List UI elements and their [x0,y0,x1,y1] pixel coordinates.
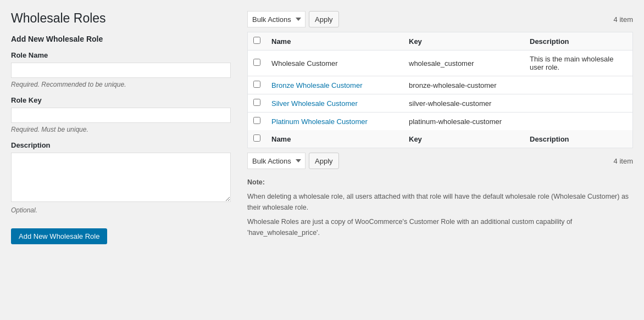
item-count-top: 4 item [614,15,633,24]
row-checkbox-2[interactable] [253,99,260,106]
role-name-label: Role Name [11,51,231,59]
apply-button-top[interactable]: Apply [309,11,339,27]
row-name-link: Platinum Wholesale Customer [266,113,403,131]
row-description: This is the main wholesale user role. [524,50,633,76]
header-description: Description [524,32,633,50]
row-checkbox-0[interactable] [253,59,260,66]
select-all-checkbox-top[interactable] [253,37,260,44]
description-textarea[interactable] [11,153,231,202]
note-section: Note: When deleting a wholesale role, al… [247,177,633,238]
row-key: wholesale_customer [403,50,524,76]
footer-key: Key [403,130,524,148]
bottom-toolbar-left: Bulk Actions Apply [247,153,339,169]
bulk-actions-select-bottom[interactable]: Bulk Actions [247,153,306,169]
row-description [524,76,633,94]
description-hint: Optional. [11,206,231,214]
top-toolbar: Bulk Actions Apply 4 item [247,11,633,27]
row-checkbox-3[interactable] [253,117,260,124]
section-title: Add New Wholesale Role [11,35,231,43]
roles-table: Name Key Description Wholesale Customerw… [247,32,633,148]
row-checkbox-cell [248,50,267,76]
item-count-bottom: 4 item [614,157,633,165]
footer-name: Name [266,130,403,148]
row-description [524,94,633,113]
page-title: Wholesale Roles [11,11,231,26]
row-name-link: Bronze Wholesale Customer [266,76,403,94]
role-name-input[interactable] [11,63,231,78]
left-panel: Wholesale Roles Add New Wholesale Role R… [11,11,231,244]
bottom-toolbar: Bulk Actions Apply 4 item [247,153,633,169]
row-key: silver-wholesale-customer [403,94,524,113]
row-checkbox-1[interactable] [253,81,260,88]
header-checkbox-cell [248,32,267,50]
footer-description: Description [524,130,633,148]
role-name-group: Role Name Required. Recommended to be un… [11,51,231,88]
header-key: Key [403,32,524,50]
header-name: Name [266,32,403,50]
row-name-text: Wholesale Customer [266,50,403,76]
select-all-checkbox-bottom[interactable] [253,134,260,142]
description-group: Description Optional. [11,141,231,214]
note-label: Note: [247,177,633,188]
role-key-input[interactable] [11,108,231,123]
apply-button-bottom[interactable]: Apply [309,153,339,169]
table-row: Platinum Wholesale Customerplatinum-whol… [248,113,633,131]
role-link-1[interactable]: Bronze Wholesale Customer [271,81,362,89]
top-toolbar-left: Bulk Actions Apply [247,11,339,27]
add-new-wholesale-role-button[interactable]: Add New Wholesale Role [11,228,107,244]
row-description [524,113,633,131]
right-panel: Bulk Actions Apply 4 item Name Key Descr… [247,11,633,244]
table-row: Silver Wholesale Customersilver-wholesal… [248,94,633,113]
row-name-link: Silver Wholesale Customer [266,94,403,113]
row-key: platinum-wholesale-customer [403,113,524,131]
role-name-hint: Required. Recommended to be unique. [11,81,231,88]
footer-checkbox-cell [248,130,267,148]
role-key-group: Role Key Required. Must be unique. [11,96,231,133]
note-line2: Wholesale Roles are just a copy of WooCo… [247,216,633,238]
row-checkbox-cell [248,76,267,94]
description-label: Description [11,141,231,149]
table-footer-row: Name Key Description [248,130,633,148]
table-row: Wholesale Customerwholesale_customerThis… [248,50,633,76]
bulk-actions-select-top[interactable]: Bulk Actions [247,11,306,27]
role-link-2[interactable]: Silver Wholesale Customer [271,99,358,108]
note-line1: When deleting a wholesale role, all user… [247,191,633,213]
row-key: bronze-wholesale-customer [403,76,524,94]
row-checkbox-cell [248,113,267,131]
row-checkbox-cell [248,94,267,113]
role-key-label: Role Key [11,96,231,104]
table-row: Bronze Wholesale Customerbronze-wholesal… [248,76,633,94]
table-header-row: Name Key Description [248,32,633,50]
role-link-3[interactable]: Platinum Wholesale Customer [271,117,368,126]
role-key-hint: Required. Must be unique. [11,126,231,133]
